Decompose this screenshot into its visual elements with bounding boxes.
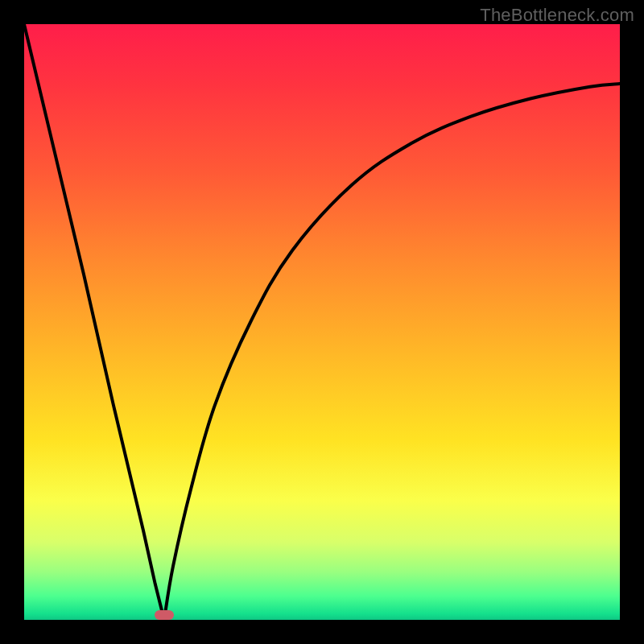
bottleneck-curve — [24, 24, 620, 620]
chart-frame: TheBottleneck.com — [0, 0, 644, 644]
watermark-text: TheBottleneck.com — [480, 5, 634, 26]
bottleneck-marker — [155, 610, 174, 620]
plot-area — [24, 24, 620, 620]
